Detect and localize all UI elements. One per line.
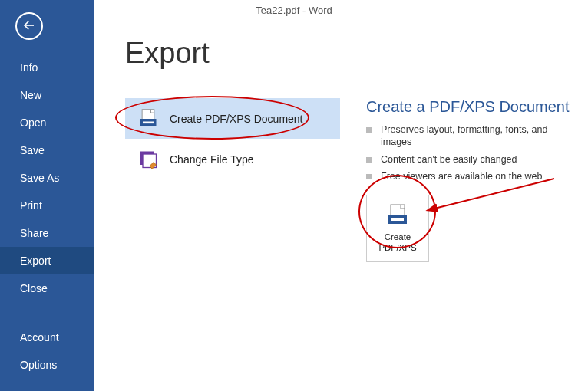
sidebar-item-close[interactable]: Close xyxy=(0,274,94,302)
export-detail-panel: Create a PDF/XPS Document Preserves layo… xyxy=(366,98,581,262)
change-file-type-icon xyxy=(134,146,162,173)
create-pdf-xps-button[interactable]: CreatePDF/XPS xyxy=(366,195,429,262)
sidebar-item-new[interactable]: New xyxy=(0,81,94,109)
back-button[interactable] xyxy=(15,12,43,40)
option-change-file-type-label: Change File Type xyxy=(170,153,253,166)
export-options-list: Create PDF/XPS DocumentChange File Type xyxy=(125,98,340,179)
svg-rect-3 xyxy=(143,121,154,123)
detail-bullet: Content can't be easily changed xyxy=(366,153,581,166)
bullet-square-icon xyxy=(366,174,372,179)
arrow-left-icon xyxy=(22,18,36,34)
bullet-square-icon xyxy=(366,127,372,133)
detail-bullet: Free viewers are available on the web xyxy=(366,170,581,182)
svg-rect-8 xyxy=(391,219,404,221)
sidebar-item-save-as[interactable]: Save As xyxy=(0,164,94,192)
pdf-xps-icon xyxy=(385,203,410,228)
detail-bullet-text: Free viewers are available on the web xyxy=(381,170,543,182)
detail-bullet-text: Preserves layout, formatting, fonts, and… xyxy=(381,123,581,149)
sidebar-item-account[interactable]: Account xyxy=(0,324,94,351)
backstage-sidebar: InfoNewOpenSaveSave AsPrintShareExportCl… xyxy=(0,0,94,391)
detail-bullet: Preserves layout, formatting, fonts, and… xyxy=(366,123,581,149)
page-title: Export xyxy=(125,37,588,70)
sidebar-item-print[interactable]: Print xyxy=(0,192,94,219)
sidebar-item-share[interactable]: Share xyxy=(0,219,94,247)
option-create-pdf-xps-label: Create PDF/XPS Document xyxy=(170,113,303,125)
sidebar-spacer xyxy=(0,302,94,324)
sidebar-item-open[interactable]: Open xyxy=(0,109,94,136)
detail-title: Create a PDF/XPS Document xyxy=(366,98,581,116)
create-pdf-xps-label: CreatePDF/XPS xyxy=(378,232,416,254)
sidebar-item-save[interactable]: Save xyxy=(0,136,94,164)
sidebar-item-options[interactable]: Options xyxy=(0,351,94,379)
bullet-square-icon xyxy=(366,157,372,163)
option-change-file-type[interactable]: Change File Type xyxy=(125,139,340,179)
sidebar-item-export[interactable]: Export xyxy=(0,247,94,274)
sidebar-item-info[interactable]: Info xyxy=(0,54,94,81)
pdf-xps-icon xyxy=(134,105,162,133)
option-create-pdf-xps[interactable]: Create PDF/XPS Document xyxy=(125,98,340,139)
detail-bullet-text: Content can't be easily changed xyxy=(381,153,517,166)
